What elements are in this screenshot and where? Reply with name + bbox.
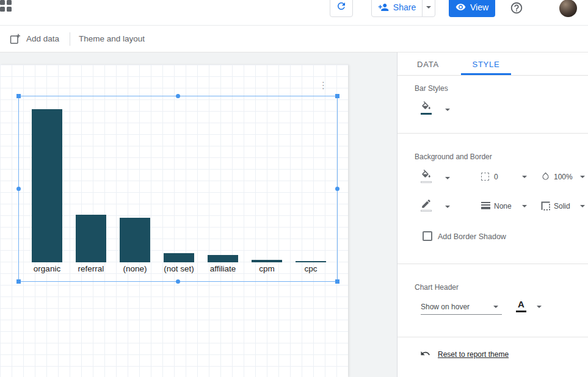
eye-icon — [456, 2, 466, 12]
paint-bucket-icon — [421, 101, 432, 112]
kebab-menu-icon[interactable]: ⋮ — [319, 81, 327, 91]
properties-panel: DATA STYLE Bar Styles Background and Bor… — [397, 52, 588, 377]
selection-handle-bottom-middle[interactable] — [176, 279, 180, 284]
share-label: Share — [393, 2, 416, 12]
active-tab-underline — [461, 73, 511, 75]
refresh-button[interactable] — [330, 0, 353, 17]
chart-header-visibility-underline — [421, 314, 502, 315]
apps-grid-dot — [0, 7, 5, 12]
border-shadow-checkbox[interactable] — [423, 231, 432, 241]
selection-handle-bottom-right[interactable] — [335, 279, 339, 284]
font-color-caret-icon[interactable] — [537, 306, 542, 308]
opacity-caret-icon[interactable] — [580, 176, 585, 178]
selection-handle-top-middle[interactable] — [176, 94, 180, 98]
selection-handle-top-right[interactable] — [335, 94, 339, 98]
chart-header-title: Chart Header — [415, 283, 459, 292]
bar-styles-title: Bar Styles — [415, 84, 448, 93]
section-divider — [397, 337, 588, 337]
theme-layout-label: Theme and layout — [79, 34, 145, 43]
add-data-icon — [10, 34, 21, 45]
corner-radius-icon — [481, 173, 489, 181]
add-data-label: Add data — [26, 34, 59, 43]
corner-radius-select[interactable]: 0 — [494, 173, 498, 181]
tab-style[interactable]: STYLE — [461, 52, 511, 76]
background-border-title: Background and Border — [415, 153, 492, 161]
report-workspace: organicreferral(none)(not set)affiliatec… — [0, 52, 397, 377]
chevron-down-icon — [426, 6, 431, 9]
background-color-caret-icon[interactable] — [445, 177, 450, 179]
tab-data[interactable]: DATA — [410, 52, 446, 76]
apps-grid-dot — [7, 7, 12, 12]
add-data-button[interactable]: Add data — [10, 34, 59, 45]
panel-tabs: DATA STYLE — [397, 52, 588, 76]
share-button-group: Share — [371, 0, 435, 17]
chart-selection[interactable] — [18, 96, 338, 282]
apps-grid-dot — [0, 0, 5, 5]
share-dropdown-button[interactable] — [422, 0, 435, 17]
section-divider — [397, 133, 588, 134]
opacity-droplet-icon — [541, 171, 550, 184]
view-button[interactable]: View — [449, 0, 495, 17]
font-color-button[interactable]: A — [518, 299, 524, 309]
selection-handle-middle-right[interactable] — [335, 187, 339, 191]
edit-toolbar: Add data Theme and layout — [0, 26, 588, 52]
view-label: View — [470, 2, 488, 12]
apps-grid-dot — [7, 0, 12, 5]
background-color-swatch — [421, 181, 432, 183]
chart-header-visibility-select[interactable]: Show on hover — [421, 303, 470, 311]
theme-layout-button[interactable]: Theme and layout — [79, 34, 145, 43]
pen-icon — [421, 198, 432, 209]
border-style-icon — [541, 201, 550, 213]
chart-header-visibility-caret-icon[interactable] — [493, 306, 498, 308]
background-color-button[interactable] — [421, 170, 432, 183]
font-color-swatch — [516, 311, 526, 312]
border-color-caret-icon[interactable] — [445, 206, 450, 208]
share-button[interactable]: Share — [371, 0, 423, 17]
selection-handle-middle-left[interactable] — [16, 187, 21, 191]
paint-bucket-icon — [421, 170, 432, 181]
border-style-caret-icon[interactable] — [580, 205, 585, 207]
bar-fill-caret-icon[interactable] — [445, 109, 450, 111]
border-weight-caret-icon[interactable] — [522, 205, 527, 207]
apps-grid-icon[interactable] — [0, 0, 12, 12]
person-add-icon — [378, 2, 389, 13]
selection-handle-top-left[interactable] — [16, 94, 21, 98]
report-page[interactable]: organicreferral(none)(not set)affiliatec… — [0, 65, 348, 377]
line-weight-icon — [481, 202, 490, 210]
bar-fill-color-button[interactable] — [421, 101, 432, 115]
bar-fill-color-swatch — [421, 113, 432, 115]
border-color-button[interactable] — [421, 198, 432, 212]
section-divider — [397, 264, 588, 264]
reset-theme-link[interactable]: Reset to report theme — [438, 350, 509, 359]
border-style-select[interactable]: Solid — [554, 202, 570, 210]
border-shadow-label: Add Border Shadow — [438, 232, 506, 241]
undo-icon — [420, 348, 430, 361]
user-avatar[interactable] — [559, 0, 577, 17]
top-app-bar: Share View — [0, 0, 588, 26]
border-weight-select[interactable]: None — [494, 202, 512, 210]
opacity-select[interactable]: 100% — [554, 173, 573, 181]
corner-radius-caret-icon[interactable] — [522, 176, 527, 178]
help-button[interactable] — [510, 1, 523, 15]
border-color-swatch — [421, 210, 432, 212]
toolbar-separator — [70, 32, 70, 46]
help-icon — [510, 1, 523, 15]
refresh-icon — [336, 1, 347, 14]
selection-handle-bottom-left[interactable] — [16, 279, 21, 284]
